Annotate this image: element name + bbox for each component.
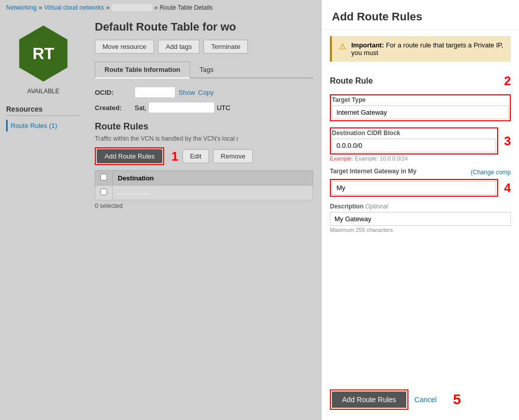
- target-type-input[interactable]: [332, 106, 509, 119]
- add-route-rules-submit-button[interactable]: Add Route Rules: [332, 391, 406, 408]
- target-gateway-input[interactable]: [332, 181, 496, 195]
- add-route-rules-bottom-wrapper: Add Route Rules: [330, 389, 408, 410]
- add-tags-button[interactable]: Add tags: [158, 40, 199, 54]
- ocid-show-link[interactable]: Show: [178, 89, 195, 96]
- route-rule-section: Route Rule 2 Target Type Destination CID…: [322, 68, 519, 245]
- add-route-rules-button[interactable]: Add Route Rules: [97, 149, 162, 163]
- change-comp-link[interactable]: (Change comp: [471, 169, 511, 176]
- annotation-5: 5: [453, 391, 461, 408]
- created-date-prefix: Sat,: [135, 104, 146, 112]
- right-panel-title: Add Route Rules: [322, 0, 519, 30]
- row-destination: [113, 186, 313, 200]
- max-chars-text: Maximum 255 characters: [330, 227, 511, 233]
- important-title: Important:: [351, 41, 384, 49]
- target-gateway-field-bordered: [330, 179, 498, 197]
- important-icon: ⚠: [339, 42, 346, 51]
- optional-label: Optional: [365, 203, 388, 210]
- move-resource-button[interactable]: Move resource: [95, 40, 154, 54]
- target-type-label: Target Type: [332, 96, 509, 103]
- resources-heading: Resources: [6, 105, 81, 116]
- destination-cidr-field-bordered: Destination CIDR Block: [330, 127, 498, 154]
- cidr-example: Example: Example: 10.0.0.0/24: [330, 155, 511, 162]
- route-rules-link[interactable]: Route Rules (1): [11, 122, 57, 129]
- target-gateway-label-prefix: Target Internet Gateway in: [330, 168, 406, 175]
- annotation-3: 3: [504, 134, 511, 148]
- route-rules-desc: Traffic within the VCN is handled by the…: [95, 135, 313, 142]
- target-gateway-label-bold: My: [408, 168, 417, 175]
- row-checkbox[interactable]: [100, 189, 107, 195]
- destination-cidr-input[interactable]: [332, 139, 496, 152]
- breadcrumb: Networking » Virtual cloud networks » » …: [0, 0, 321, 15]
- description-input[interactable]: [330, 212, 511, 226]
- route-rules-actions: Add Route Rules 1 Edit Remove: [95, 147, 313, 165]
- destination-cidr-label: Destination CIDR Block: [332, 129, 496, 137]
- created-field: Created: Sat, UTC: [95, 102, 313, 113]
- description-label: Description Optional: [330, 203, 511, 210]
- target-type-field-bordered: Target Type: [330, 94, 511, 121]
- page-title: Default Route Table for wo: [95, 20, 313, 34]
- created-utc: UTC: [217, 104, 230, 112]
- ocid-label: OCID:: [95, 89, 131, 96]
- annotation-1: 1: [171, 149, 178, 164]
- target-gateway-group: Target Internet Gateway in My (Change co…: [330, 168, 511, 197]
- table-header-destination: Destination: [113, 171, 313, 186]
- select-all-checkbox[interactable]: [100, 174, 107, 180]
- breadcrumb-networking[interactable]: Networking: [6, 4, 37, 11]
- breadcrumb-sep2: »: [106, 4, 110, 11]
- add-route-rules-wrapper: Add Route Rules: [95, 147, 164, 165]
- target-gateway-header: Target Internet Gateway in My (Change co…: [330, 168, 511, 177]
- important-text: Important: For a route rule that targets…: [351, 41, 504, 57]
- sidebar-resources: Resources Route Rules (1): [0, 100, 87, 137]
- right-panel-actions: Add Route Rules Cancel 5: [322, 379, 519, 420]
- status-badge: AVAILABLE: [28, 88, 60, 95]
- created-label: Created:: [95, 104, 131, 112]
- sidebar-item-route-rules[interactable]: Route Rules (1): [6, 120, 81, 132]
- cancel-link[interactable]: Cancel: [414, 396, 437, 404]
- route-rules-table: Destination: [95, 170, 313, 200]
- route-rule-header: Route Rule 2: [330, 74, 511, 88]
- route-rules-title: Route Rules: [95, 121, 313, 132]
- breadcrumb-sep1: »: [39, 4, 42, 11]
- ocid-copy-link[interactable]: Copy: [198, 89, 214, 96]
- target-gateway-label: Target Internet Gateway in My: [330, 168, 417, 175]
- destination-cidr-group: Destination CIDR Block 3 Example: Exampl…: [330, 127, 511, 162]
- rt-icon-text: RT: [33, 44, 55, 63]
- selected-count: 0 selected: [95, 202, 313, 209]
- breadcrumb-vcn[interactable]: Virtual cloud networks: [44, 4, 104, 11]
- target-type-group: Target Type: [330, 94, 511, 121]
- description-label-text: Description: [330, 203, 364, 210]
- table-row: [95, 186, 313, 200]
- rt-hexagon-icon: RT: [15, 25, 71, 82]
- route-rule-label: Route Rule: [330, 76, 373, 86]
- breadcrumb-vcn-name: [112, 4, 152, 11]
- created-value: [148, 102, 215, 113]
- remove-button[interactable]: Remove: [213, 149, 253, 163]
- tab-tags[interactable]: Tags: [190, 62, 223, 77]
- description-group: Description Optional Maximum 255 charact…: [330, 203, 511, 233]
- annotation-2: 2: [504, 74, 511, 88]
- annotation-4-visible: 4: [504, 181, 511, 195]
- right-panel: Add Route Rules ⚠ Important: For a route…: [321, 0, 519, 420]
- breadcrumb-page: Route Table Details: [160, 4, 213, 11]
- ocid-value: [135, 87, 175, 98]
- destination-value: [118, 193, 148, 195]
- breadcrumb-sep3: »: [154, 4, 158, 11]
- example-value: Example: 10.0.0.0/24: [355, 155, 408, 162]
- row-checkbox-cell: [95, 186, 113, 200]
- ocid-field: OCID: Show Copy: [95, 87, 313, 98]
- edit-button[interactable]: Edit: [183, 149, 209, 163]
- terminate-button[interactable]: Terminate: [203, 40, 248, 54]
- tabs: Route Table Information Tags: [95, 62, 313, 78]
- table-header-checkbox: [95, 171, 113, 186]
- tab-route-table-info[interactable]: Route Table Information: [95, 62, 190, 78]
- important-banner: ⚠ Important: For a route rule that targe…: [330, 36, 511, 62]
- content-area: Default Route Table for wo Move resource…: [87, 15, 321, 420]
- sidebar: RT AVAILABLE Resources Route Rules (1): [0, 15, 87, 420]
- example-label: Example:: [330, 155, 353, 162]
- action-buttons: Move resource Add tags Terminate: [95, 40, 313, 54]
